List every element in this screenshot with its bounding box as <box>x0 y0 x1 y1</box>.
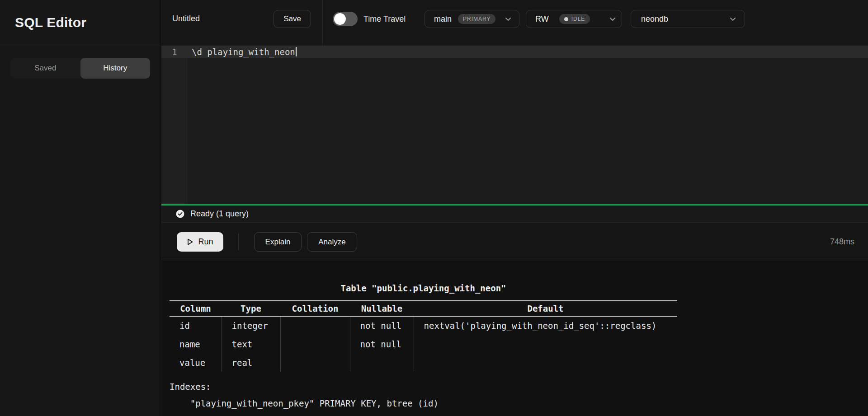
branch-primary-badge: PRIMARY <box>458 14 495 24</box>
sql-editor-app: SQL Editor Saved History Untitled Save T… <box>0 0 868 416</box>
code-line: \d playing_with_neon <box>188 47 295 57</box>
database-name: neondb <box>641 14 668 24</box>
sidebar-tabs: Saved History <box>10 58 150 79</box>
table-cell <box>280 353 350 372</box>
text-cursor <box>296 47 297 56</box>
save-button-label: Save <box>283 14 301 23</box>
line-number: 1 <box>161 47 188 57</box>
explain-button-label: Explain <box>265 238 291 247</box>
topbar-divider <box>322 0 323 46</box>
status-text: Ready (1 query) <box>190 209 249 219</box>
analyze-button-label: Analyze <box>318 238 345 247</box>
statusbar: Ready (1 query) <box>161 206 868 223</box>
table-cell: real <box>222 353 280 372</box>
run-button[interactable]: Run <box>177 232 223 252</box>
column-header: Default <box>414 301 677 316</box>
branch-select[interactable]: main PRIMARY <box>425 10 519 28</box>
editor-current-line[interactable]: 1 \d playing_with_neon <box>161 46 868 58</box>
table-cell <box>350 353 414 372</box>
page-title: SQL Editor <box>15 15 86 30</box>
actions-divider <box>238 234 239 250</box>
tab-history[interactable]: History <box>80 58 151 79</box>
table-cell: text <box>222 335 280 353</box>
sidebar-header: SQL Editor <box>0 0 160 45</box>
sidebar: SQL Editor Saved History <box>0 0 160 416</box>
table-cell: nextval('playing_with_neon_id_seq'::regc… <box>414 316 677 335</box>
compute-idle-badge: IDLE <box>559 14 590 24</box>
table-row: id integer not null nextval('playing_wit… <box>170 316 677 335</box>
explain-button[interactable]: Explain <box>254 232 302 252</box>
database-select[interactable]: neondb <box>631 10 745 28</box>
run-button-label: Run <box>198 237 213 247</box>
time-travel-label: Time Travel <box>363 14 406 24</box>
idle-dot-icon <box>564 17 568 21</box>
table-header-row: Column Type Collation Nullable Default <box>170 301 677 316</box>
results-title: Table "public.playing_with_neon" <box>170 282 677 294</box>
play-icon <box>187 238 193 246</box>
table-cell: not null <box>350 316 414 335</box>
chevron-down-icon <box>504 14 513 23</box>
table-cell: integer <box>222 316 280 335</box>
table-cell <box>280 316 350 335</box>
editor-gutter <box>161 46 188 204</box>
table-cell <box>280 335 350 353</box>
compute-status: IDLE <box>571 16 585 22</box>
table-cell: id <box>170 316 222 335</box>
table-cell: name <box>170 335 222 353</box>
tab-saved[interactable]: Saved <box>10 58 80 79</box>
column-header: Nullable <box>350 301 414 316</box>
table-row: value real <box>170 353 677 372</box>
actions-bar: Run Explain Analyze 748ms <box>161 223 868 260</box>
chevron-down-icon <box>728 14 737 23</box>
compute-select[interactable]: RW IDLE <box>526 10 622 28</box>
table-cell: value <box>170 353 222 372</box>
psql-output: Table "public.playing_with_neon" Column … <box>170 261 677 412</box>
chevron-down-icon <box>608 14 617 23</box>
indexes-label: Indexes: <box>170 379 677 395</box>
check-circle-icon <box>176 210 184 218</box>
table-cell <box>414 353 677 372</box>
topbar: Untitled Save Time Travel main PRIMARY R… <box>161 0 868 46</box>
query-title[interactable]: Untitled <box>172 14 200 23</box>
index-definition: "playing_with_neon_pkey" PRIMARY KEY, bt… <box>170 395 677 412</box>
toggle-knob <box>334 13 346 25</box>
compute-mode: RW <box>535 14 549 24</box>
code-editor[interactable]: 1 \d playing_with_neon <box>161 46 868 204</box>
query-duration: 748ms <box>830 223 854 260</box>
results-table: Column Type Collation Nullable Default i… <box>170 300 677 372</box>
tab-history-label: History <box>103 64 127 73</box>
main-panel: Untitled Save Time Travel main PRIMARY R… <box>161 0 868 416</box>
results-panel: Table "public.playing_with_neon" Column … <box>161 261 868 416</box>
table-cell: not null <box>350 335 414 353</box>
indexes-footer: Indexes: "playing_with_neon_pkey" PRIMAR… <box>170 379 677 412</box>
table-row: name text not null <box>170 335 677 353</box>
save-button[interactable]: Save <box>274 10 311 28</box>
tab-saved-label: Saved <box>34 64 56 73</box>
column-header: Collation <box>280 301 350 316</box>
analyze-button[interactable]: Analyze <box>307 232 357 252</box>
column-header: Column <box>170 301 222 316</box>
branch-name: main <box>434 14 452 24</box>
column-header: Type <box>222 301 280 316</box>
time-travel-toggle[interactable] <box>333 12 358 26</box>
table-cell <box>414 335 677 353</box>
